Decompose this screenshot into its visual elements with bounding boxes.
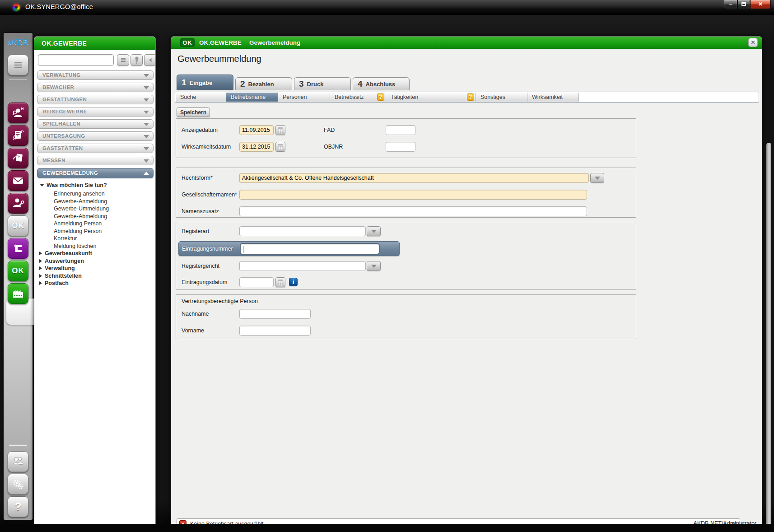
registergericht-dropdown-button[interactable] [367,261,381,271]
fad-input[interactable] [386,125,415,135]
tree-item-erinnerung-ansehen[interactable]: Erinnerung ansehen [39,190,152,198]
tree-section-postfach[interactable]: Postfach [39,280,152,287]
tree-item-meldung-loeschen[interactable]: Meldung löschen [39,243,152,250]
subtab-suche[interactable]: Suche [176,93,226,102]
sidebar-item-verwaltung[interactable]: VERWALTUNG [37,70,154,80]
mail-button[interactable] [8,170,28,191]
tree-section-schnittstellen[interactable]: Schnittstellen [39,272,152,280]
tab-bezahlen[interactable]: 2 Bezahlen [235,77,292,90]
factory-button-active[interactable] [8,283,28,304]
subtab-sonstiges[interactable]: Sonstiges [476,93,527,102]
sidebar-item-reisegewerbe[interactable]: REISEGEWERBE [37,107,154,117]
window-scrollbar[interactable] [766,143,771,532]
ok-logo: OK [180,38,195,47]
sidebar-item-messen[interactable]: MESSEN [37,156,154,165]
ok-gray-button[interactable]: OK [8,215,28,236]
triangle-down-icon [40,184,44,187]
eintragungsnummer-input[interactable] [240,243,380,255]
tree-item-gewerbe-anmeldung[interactable]: Gewerbe-Anmeldung [39,198,152,205]
maximize-button[interactable] [737,0,750,9]
tree-section-gewerbeauskunft[interactable]: Gewerbeauskunft [39,250,152,257]
wirksamkeitsdatum-calendar-button[interactable] [275,142,285,152]
users-button[interactable] [8,451,28,472]
anzeigedatum-input[interactable] [239,125,274,135]
document-search-button[interactable]: P [8,125,28,146]
icon-rail: aKDB H [4,33,33,520]
anzeigedatum-calendar-button[interactable] [275,125,285,135]
eintragungsdatum-input[interactable] [239,277,274,287]
pin-button[interactable] [131,54,143,66]
eintragungsdatum-calendar-button[interactable] [275,277,285,287]
vorname-input[interactable] [239,326,311,336]
person-settings-icon [11,196,25,210]
collapse-panel-button[interactable] [144,54,156,66]
tree-root-was-moechten-sie-tun[interactable]: Was möchten Sie tun? [39,182,152,189]
subtab-betriebsname[interactable]: Betriebsname [226,93,278,102]
tree-item-gewerbe-ummeldung[interactable]: Gewerbe-Ummeldung [39,205,152,213]
tree-item-anmeldung-person[interactable]: Anmeldung Person [39,220,152,228]
nachname-input[interactable] [239,309,311,319]
sidebar-item-gestattungen[interactable]: GESTATTUNGEN [37,95,154,104]
subtab-taetigkeiten[interactable]: Tätigkeiten? [386,93,476,102]
tree-item-korrektur[interactable]: Korrektur [39,235,152,243]
menu-icon [12,59,24,71]
tab-label: Druck [307,81,324,88]
calendar-icon [277,144,284,150]
sidebar-item-untersagung[interactable]: UNTERSAGUNG [37,131,154,141]
gesellschafternamen-input[interactable] [239,190,587,200]
minimize-button[interactable]: – [724,0,737,9]
person-search-button[interactable]: H [8,103,28,123]
sidebar-item-gaststaetten[interactable]: GASTSTÄTTEN [37,144,154,153]
close-button[interactable]: ✕ [750,0,771,9]
sidebar-item-label: SPIELHALLEN [42,121,80,126]
search-input[interactable] [38,54,114,66]
chevron-down-icon [144,111,149,114]
tab-druck[interactable]: 3 Druck [294,77,351,90]
sidebar-item-label: REISEGEWERBE [42,109,87,114]
app-icon [12,3,20,11]
registerart-label: Registerart [182,228,209,234]
sidebar-item-spielhallen[interactable]: SPIELHALLEN [37,119,154,129]
help-button[interactable]: ? [8,496,28,517]
objnr-input[interactable] [386,142,415,152]
tree-root-label: Was möchten Sie tun? [47,182,107,188]
subtab-betriebssitz[interactable]: Betriebssitz? [330,93,386,102]
info-icon[interactable]: i [289,278,298,286]
ok-green-button[interactable]: OK [8,261,28,281]
subtab-personen[interactable]: Personen [278,93,330,102]
registerart-dropdown-button[interactable] [367,226,381,236]
settings-button[interactable] [8,474,28,495]
registergericht-input[interactable] [239,261,366,271]
registerart-input[interactable] [239,226,366,236]
list-view-button[interactable] [117,54,129,66]
navigation-tree: Was möchten Sie tun? Erinnerung ansehen … [39,182,152,287]
text-caret [243,246,243,253]
gesellschafternamen-label: Gesellschafternamen* [182,191,237,198]
tree-item-abmeldung-person[interactable]: Abmeldung Person [39,228,152,235]
sidebar-item-gewerbemeldung[interactable]: GEWERBEMELDUNG [37,168,154,178]
tab-abschluss[interactable]: 4 Abschluss [353,77,410,90]
tab-number: 2 [240,79,245,89]
wirksamkeitsdatum-input[interactable] [239,142,274,152]
sidebar-item-label: GASTSTÄTTEN [42,145,83,151]
tree-section-auswertungen[interactable]: Auswertungen [39,257,152,265]
tree-item-gewerbe-abmeldung[interactable]: Gewerbe-Abmeldung [39,213,152,220]
menu-button[interactable] [8,55,28,75]
namenszusatz-input[interactable] [239,206,587,216]
rechtsform-dropdown-button[interactable] [590,173,604,183]
panel-close-button[interactable]: ✕ [748,38,758,47]
subtab-wirksamkeit[interactable]: Wirksamkeit [527,93,579,102]
tree-section-label: Postfach [45,280,69,286]
tree-section-verwaltung[interactable]: Verwaltung [39,265,152,272]
sidebar-item-bewacher[interactable]: BEWACHER [37,83,154,92]
document-export-button[interactable] [8,148,28,168]
id-card-button[interactable]: D [8,238,28,259]
tab-eingabe[interactable]: 1 Eingabe [177,75,233,90]
chevron-down-icon [144,123,149,126]
minimize-icon: – [729,1,732,7]
rechtsform-input[interactable] [239,173,589,183]
group-name: Rechtsform* Gesellschafternamen* Namensz… [176,168,636,218]
person-settings-button[interactable] [8,193,28,214]
save-button[interactable]: Speichern [177,107,210,117]
triangle-right-icon [39,266,42,270]
